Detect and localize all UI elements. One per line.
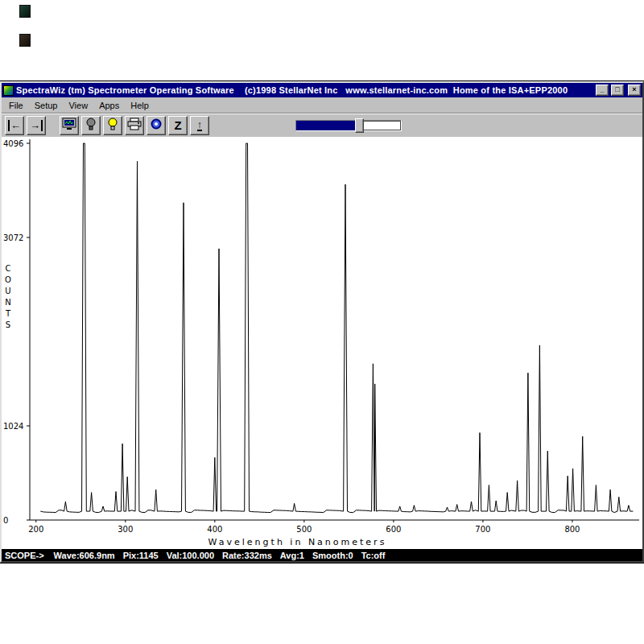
spectrum-panel: 0102430724096200300400500600700800COUNTS… bbox=[2, 137, 642, 549]
status-pixel: Pix:1145 bbox=[123, 551, 159, 560]
print-button[interactable] bbox=[125, 116, 144, 135]
window-title: SpectraWiz (tm) Spectrometer Operating S… bbox=[16, 85, 593, 95]
bulb-on-icon bbox=[107, 118, 118, 134]
light-reference-button[interactable] bbox=[103, 116, 122, 135]
svg-text:1024: 1024 bbox=[3, 422, 23, 431]
maximize-button[interactable]: □ bbox=[611, 85, 624, 96]
status-tc: Tc:off bbox=[361, 551, 386, 560]
close-button[interactable]: × bbox=[628, 85, 641, 96]
svg-text:3072: 3072 bbox=[3, 233, 23, 242]
desktop-icon-fragment-2 bbox=[19, 34, 31, 47]
status-avg: Avg:1 bbox=[280, 551, 304, 560]
menu-item-setup[interactable]: Setup bbox=[29, 99, 64, 112]
axis-left-button[interactable]: ← bbox=[5, 116, 24, 135]
status-value: Val:100.000 bbox=[167, 551, 214, 560]
menu-bar: File Setup View Apps Help bbox=[2, 97, 642, 113]
svg-text:Wavelength in Nanometers: Wavelength in Nanometers bbox=[208, 537, 387, 547]
axis-right-button[interactable]: → bbox=[27, 116, 46, 135]
bulb-off-icon bbox=[85, 118, 97, 134]
svg-text:T: T bbox=[5, 309, 11, 318]
printer-icon bbox=[127, 118, 142, 133]
minimize-button[interactable]: _ bbox=[596, 85, 609, 96]
slider-fill bbox=[296, 121, 359, 130]
dark-reference-button[interactable] bbox=[81, 116, 101, 135]
svg-text:U: U bbox=[5, 287, 10, 295]
right-bar-arrow-icon: → bbox=[30, 120, 43, 131]
save-spectrum-button[interactable]: ↑ bbox=[190, 116, 209, 135]
svg-text:400: 400 bbox=[207, 525, 222, 534]
svg-text:800: 800 bbox=[564, 525, 580, 534]
spectrum-chart[interactable]: 0102430724096200300400500600700800COUNTS… bbox=[2, 137, 642, 549]
svg-text:N: N bbox=[5, 298, 10, 307]
app-icon bbox=[3, 85, 14, 96]
svg-text:600: 600 bbox=[386, 525, 401, 534]
left-bar-arrow-icon: ← bbox=[8, 120, 21, 131]
svg-text:C: C bbox=[6, 264, 11, 273]
monitor-icon bbox=[62, 118, 76, 133]
lens-icon bbox=[150, 118, 163, 133]
scope-display-button[interactable] bbox=[60, 116, 79, 135]
svg-text:700: 700 bbox=[475, 525, 490, 534]
status-wave: Wave:606.9nm bbox=[54, 551, 115, 560]
snapshot-button[interactable] bbox=[147, 116, 166, 135]
svg-text:200: 200 bbox=[28, 525, 43, 534]
status-rate: Rate:332ms bbox=[222, 551, 272, 560]
menu-item-help[interactable]: Help bbox=[125, 99, 155, 112]
desktop-icon-fragment-1 bbox=[19, 5, 31, 18]
svg-text:4096: 4096 bbox=[3, 139, 23, 148]
toolbar: ← → bbox=[2, 113, 642, 137]
slider-thumb[interactable] bbox=[355, 118, 364, 133]
integration-time-slider[interactable] bbox=[295, 120, 402, 131]
svg-text:O: O bbox=[5, 275, 11, 284]
status-bar: SCOPE-> Wave:606.9nm Pix:1145 Val:100.00… bbox=[2, 549, 642, 561]
menu-item-apps[interactable]: Apps bbox=[93, 99, 125, 112]
up-arrow-icon: ↑ bbox=[197, 119, 203, 131]
menu-item-view[interactable]: View bbox=[63, 99, 93, 112]
zoom-button[interactable]: Z bbox=[168, 116, 188, 135]
svg-text:S: S bbox=[6, 320, 10, 329]
status-mode: SCOPE-> bbox=[5, 551, 44, 560]
menu-item-file[interactable]: File bbox=[3, 99, 29, 112]
letter-z-icon: Z bbox=[174, 118, 181, 132]
svg-text:500: 500 bbox=[296, 525, 312, 534]
title-bar[interactable]: SpectraWiz (tm) Spectrometer Operating S… bbox=[2, 83, 642, 97]
svg-text:0: 0 bbox=[3, 516, 8, 525]
app-window: SpectraWiz (tm) Spectrometer Operating S… bbox=[0, 81, 644, 563]
svg-text:300: 300 bbox=[118, 525, 133, 534]
status-smooth: Smooth:0 bbox=[312, 551, 353, 560]
